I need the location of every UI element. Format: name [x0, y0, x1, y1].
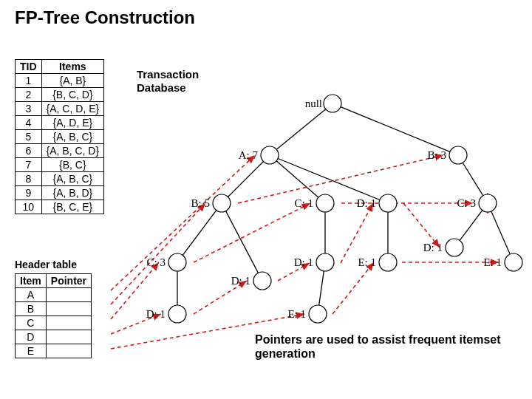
tree-node-D1r: D: 1 — [423, 239, 463, 256]
table-row: 5{A, B, C} — [16, 130, 104, 144]
svg-line-27 — [332, 262, 374, 314]
col-header: Items — [41, 60, 104, 74]
svg-line-21 — [111, 314, 161, 334]
svg-line-15 — [111, 203, 205, 304]
header-table: ItemPointer ABCDE — [15, 273, 92, 358]
svg-line-3 — [276, 161, 318, 197]
svg-point-39 — [379, 194, 397, 212]
svg-point-29 — [324, 95, 341, 112]
svg-line-25 — [403, 203, 440, 248]
svg-point-51 — [446, 239, 463, 256]
svg-line-0 — [276, 109, 325, 150]
tree-node-D1c: D: 1 — [294, 253, 334, 271]
col-header: TID — [16, 60, 42, 74]
table-row: 2{B, C, D} — [16, 88, 104, 102]
tree-node-D1d: D: 1 — [146, 305, 186, 323]
svg-line-2 — [228, 161, 263, 197]
svg-line-23 — [278, 263, 310, 281]
tree-node-C1: C: 1 — [295, 194, 334, 212]
page-title: FP-Tree Construction — [15, 7, 195, 28]
table-row: 8{A, B, C} — [16, 172, 104, 186]
svg-text:null: null — [305, 98, 322, 109]
svg-point-43 — [168, 253, 186, 271]
tree-node-E1r: E: 1 — [483, 253, 522, 271]
svg-text:D: 1: D: 1 — [294, 256, 313, 268]
svg-line-11 — [491, 211, 510, 254]
svg-text:B: 3: B: 3 — [428, 149, 446, 161]
svg-text:E: 1: E: 1 — [358, 256, 376, 268]
svg-line-10 — [460, 211, 482, 241]
svg-text:E: 1: E: 1 — [483, 256, 502, 268]
col-header: Pointer — [46, 274, 91, 288]
svg-point-47 — [316, 253, 334, 271]
svg-line-18 — [194, 203, 310, 262]
table-row: 9{A, B, D} — [16, 186, 104, 200]
table-row: 1{A, B} — [16, 74, 104, 88]
svg-line-5 — [463, 163, 482, 196]
tree-node-E1a: E: 1 — [358, 253, 397, 271]
svg-point-53 — [505, 253, 522, 271]
svg-text:D: 1: D: 1 — [423, 242, 443, 253]
pointer-note: Pointers are used to assist frequent ite… — [255, 332, 521, 361]
svg-point-55 — [168, 305, 186, 323]
tree-node-null: null — [305, 95, 341, 112]
svg-text:D: 1: D: 1 — [231, 275, 250, 287]
svg-line-22 — [194, 281, 247, 314]
header-table-caption: Header table — [15, 259, 77, 270]
svg-point-49 — [379, 253, 397, 271]
svg-text:B: 5: B: 5 — [191, 197, 210, 209]
tree-node-B5: B: 5 — [191, 194, 231, 212]
transaction-db-label: TransactionDatabase — [137, 68, 211, 95]
svg-point-35 — [213, 194, 231, 212]
tree-node-A7: A: 7 — [239, 146, 279, 164]
svg-point-45 — [253, 272, 271, 290]
tree-node-B3: B: 3 — [428, 146, 467, 164]
svg-line-6 — [183, 211, 216, 256]
svg-text:C: 1: C: 1 — [295, 197, 313, 209]
svg-text:D: 1: D: 1 — [146, 308, 166, 320]
svg-text:C: 3: C: 3 — [457, 197, 476, 209]
svg-point-31 — [261, 146, 279, 164]
table-row: A — [16, 288, 92, 302]
svg-line-24 — [341, 203, 373, 263]
table-row: 6{A, B, C, D} — [16, 144, 104, 158]
tree-node-C3r: C: 3 — [457, 194, 497, 212]
svg-line-4 — [278, 159, 380, 200]
svg-line-17 — [111, 262, 159, 319]
svg-text:C: 3: C: 3 — [147, 256, 166, 268]
svg-point-41 — [479, 194, 497, 212]
table-row: 4{A, D, E} — [16, 116, 104, 130]
table-row: E — [16, 344, 92, 358]
svg-line-1 — [341, 107, 450, 152]
svg-line-13 — [319, 271, 324, 305]
table-row: 10{B, C, E} — [16, 200, 104, 214]
svg-line-14 — [111, 155, 255, 290]
svg-point-57 — [309, 305, 327, 323]
table-row: C — [16, 316, 92, 330]
svg-text:E: 1: E: 1 — [287, 308, 306, 320]
table-row: 7{B, C} — [16, 158, 104, 172]
tree-node-E1b: E: 1 — [287, 305, 327, 323]
table-row: B — [16, 302, 92, 316]
svg-text:A: 7: A: 7 — [239, 149, 259, 161]
tree-node-C3: C: 3 — [147, 253, 186, 271]
svg-point-37 — [316, 194, 334, 212]
tree-node-D1b: D: 1 — [231, 272, 271, 290]
table-row: D — [16, 330, 92, 344]
tree-node-D1a: D: 1 — [357, 194, 397, 212]
svg-point-33 — [449, 146, 467, 164]
transactions-table: TIDItems 1{A, B}2{B, C, D}3{A, C, D, E}4… — [15, 59, 104, 214]
col-header: Item — [16, 274, 47, 288]
svg-line-16 — [238, 155, 443, 203]
svg-line-7 — [226, 211, 259, 273]
svg-text:D: 1: D: 1 — [357, 197, 376, 209]
table-row: 3{A, C, D, E} — [16, 102, 104, 116]
